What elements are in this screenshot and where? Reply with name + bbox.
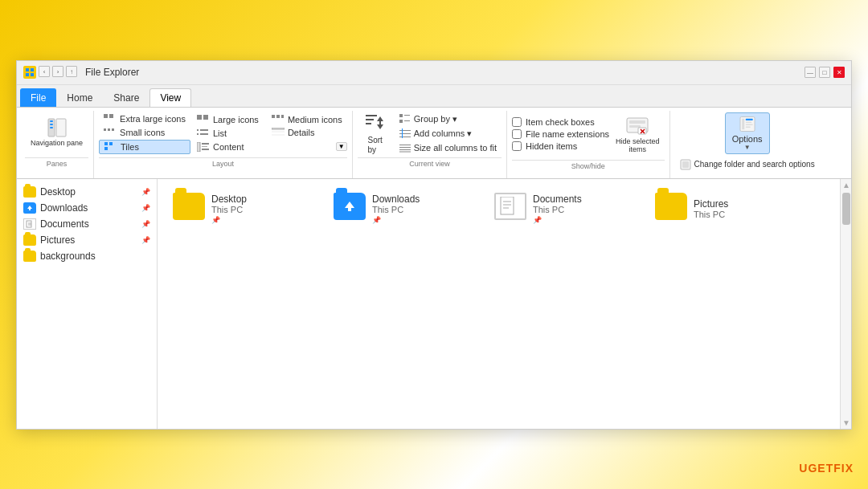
svg-rect-22	[200, 133, 208, 135]
list-icon	[197, 128, 210, 138]
medium-icons-icon	[272, 115, 285, 124]
layout-expand-button[interactable]: ▼	[336, 142, 347, 151]
up-button[interactable]: ↑	[66, 66, 77, 77]
svg-rect-72	[501, 197, 514, 214]
layout-list[interactable]: List	[192, 127, 264, 140]
layout-medium-icons[interactable]: Medium icons	[267, 113, 347, 126]
pictures-tile-icon	[655, 193, 687, 225]
group-by-button[interactable]: Group by ▾	[395, 112, 502, 126]
ribbon-group-show-hide: Item check boxes File name extensions Hi…	[507, 111, 670, 178]
svg-rect-16	[104, 147, 108, 150]
show-hide-items: Item check boxes File name extensions Hi…	[512, 111, 665, 159]
pictures-tile-sub: This PC	[694, 210, 728, 219]
downloads-tile-icon	[334, 193, 366, 225]
item-check-boxes-checkbox[interactable]	[512, 117, 522, 127]
ribbon-group-panes: Navigation pane Panes	[20, 111, 94, 178]
desktop-tile-sub: This PC	[211, 205, 247, 214]
layout-right-col: Large icons List Content	[192, 113, 264, 153]
svg-rect-59	[745, 118, 752, 120]
file-tile-desktop[interactable]: Desktop This PC 📌	[166, 187, 318, 230]
svg-rect-12	[108, 128, 110, 131]
tab-file[interactable]: File	[20, 88, 56, 107]
sidebar-item-downloads[interactable]: Downloads 📌	[17, 200, 157, 216]
minimize-button[interactable]: —	[805, 67, 816, 78]
pictures-folder-icon	[23, 234, 36, 246]
window-title: File Explorer	[85, 67, 139, 78]
file-extensions-toggle[interactable]: File name extensions	[512, 129, 609, 139]
svg-marker-70	[345, 202, 354, 208]
layout-tiles[interactable]: Tiles	[99, 140, 190, 154]
svg-rect-47	[399, 145, 411, 145]
scroll-up-button[interactable]: ▲	[841, 179, 851, 191]
svg-rect-28	[276, 115, 280, 118]
downloads-tile-sub: This PC	[372, 205, 420, 214]
hidden-items-toggle[interactable]: Hidden items	[512, 141, 609, 151]
forward-button[interactable]: ›	[52, 66, 63, 77]
pictures-tile-name: Pictures	[694, 198, 728, 210]
scroll-down-button[interactable]: ▼	[841, 417, 851, 429]
hide-selected-button[interactable]: Hide selecteditems	[611, 112, 665, 157]
navigation-pane-button[interactable]: Navigation pane	[25, 112, 88, 154]
svg-rect-7	[50, 124, 53, 125]
add-columns-button[interactable]: Add columns ▾	[395, 127, 502, 141]
svg-rect-14	[104, 142, 108, 145]
documents-tile-info: Documents This PC 📌	[533, 194, 582, 224]
layout-label: Layout	[99, 157, 347, 169]
svg-rect-46	[402, 128, 403, 138]
svg-rect-62	[745, 126, 750, 128]
layout-extra-large[interactable]: Extra large icons	[99, 112, 190, 125]
sidebar-item-documents[interactable]: Documents 📌	[17, 216, 157, 232]
maximize-button[interactable]: □	[819, 67, 830, 78]
svg-rect-64	[682, 161, 689, 168]
scrollbar[interactable]: ▲ ▼	[840, 179, 851, 429]
current-view-items: Sortby Group by ▾ Add columns ▾	[358, 111, 502, 156]
svg-rect-40	[404, 115, 410, 116]
tab-home[interactable]: Home	[56, 88, 103, 107]
file-extensions-checkbox[interactable]	[512, 129, 522, 139]
desktop-tile-name: Desktop	[211, 194, 247, 205]
svg-rect-17	[197, 115, 202, 120]
size-columns-button[interactable]: Size all columns to fit	[395, 141, 502, 154]
svg-rect-10	[109, 114, 113, 118]
layout-large-icons[interactable]: Large icons	[192, 113, 264, 126]
sidebar-item-backgrounds[interactable]: backgrounds	[17, 248, 157, 264]
svg-marker-65	[27, 206, 32, 209]
file-tile-documents[interactable]: Documents This PC 📌	[487, 187, 640, 230]
svg-rect-26	[202, 149, 209, 150]
layout-items: Extra large icons Small icons	[99, 111, 347, 156]
file-tile-downloads[interactable]: Downloads This PC 📌	[326, 187, 479, 230]
documents-tile-name: Documents	[533, 194, 582, 205]
documents-tile-pin: 📌	[533, 216, 582, 224]
tab-share[interactable]: Share	[103, 88, 149, 107]
hide-selected-label: Hide selecteditems	[616, 137, 660, 155]
documents-folder-icon	[23, 218, 36, 230]
sidebar-item-desktop[interactable]: Desktop 📌	[17, 184, 157, 200]
options-button[interactable]: Options ▼	[725, 112, 770, 154]
svg-rect-15	[109, 142, 113, 145]
item-check-boxes-toggle[interactable]: Item check boxes	[512, 117, 609, 127]
svg-rect-30	[272, 128, 285, 129]
ribbon: Navigation pane Panes Extra large icons	[17, 108, 851, 179]
layout-small-icons[interactable]: Small icons	[99, 126, 190, 139]
hidden-items-checkbox[interactable]	[512, 141, 522, 151]
sidebar-item-pictures[interactable]: Pictures 📌	[17, 232, 157, 248]
content-icon	[197, 142, 210, 152]
sort-label: Sortby	[368, 136, 383, 155]
svg-rect-5	[56, 119, 66, 137]
file-explorer-window: ‹ › ↑ File Explorer — □ ✕ File Home Shar…	[16, 60, 852, 430]
downloads-tile-pin: 📌	[372, 216, 420, 224]
change-folder-button[interactable]: Change folder and search options	[675, 157, 820, 173]
backgrounds-folder-icon	[23, 251, 36, 262]
tab-view[interactable]: View	[149, 88, 191, 107]
svg-rect-39	[399, 114, 403, 117]
close-button[interactable]: ✕	[833, 67, 845, 78]
layout-content[interactable]: Content	[192, 141, 264, 153]
back-button[interactable]: ‹	[39, 66, 50, 77]
layout-details[interactable]: Details	[267, 126, 347, 139]
svg-rect-3	[31, 73, 34, 76]
svg-rect-29	[281, 115, 284, 118]
sidebar-downloads-label: Downloads	[40, 202, 88, 214]
scrollbar-thumb[interactable]	[842, 193, 850, 225]
sort-by-button[interactable]: Sortby	[358, 112, 393, 154]
file-tile-pictures[interactable]: Pictures This PC	[648, 187, 800, 230]
